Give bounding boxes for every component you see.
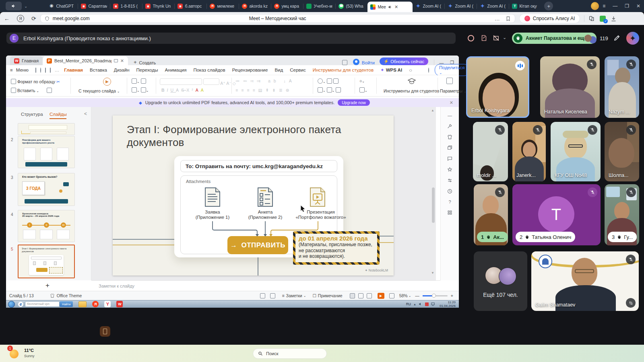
- picture-icon[interactable]: [327, 78, 332, 84]
- browser-tab[interactable]: ТКітап оқу: [509, 0, 541, 12]
- student-tools-button[interactable]: Инструменты для студентов: [384, 88, 439, 93]
- wps-new-tab[interactable]: +: [134, 59, 137, 65]
- participant-tile[interactable]: 1 Ак...: [474, 184, 508, 245]
- annotate-pencil-icon[interactable]: [613, 34, 621, 41]
- extensions-icon[interactable]: [588, 15, 595, 22]
- help-icon[interactable]: ?: [448, 200, 451, 204]
- wps-home-tab[interactable]: WГлавная: [10, 56, 43, 65]
- wps-ai-button[interactable]: WPS AI: [386, 68, 402, 72]
- participant-tile[interactable]: Nazym ...: [605, 56, 639, 118]
- save-icon[interactable]: [35, 68, 36, 73]
- settings-icon[interactable]: [447, 178, 452, 183]
- browser-tab[interactable]: ✦Zoom AI (: [413, 0, 444, 12]
- more-icon[interactable]: …: [55, 68, 60, 72]
- background-icon[interactable]: [336, 87, 341, 93]
- raised-hands-pill[interactable]: Акниет Парахатова и ещё 2: [512, 33, 597, 44]
- tab-structure[interactable]: Структура: [21, 112, 43, 117]
- play-from-current-button[interactable]: С текущего слайда ⌄: [78, 88, 120, 93]
- upgrade-now-button[interactable]: Upgrade now: [338, 99, 369, 106]
- view-reading-icon[interactable]: [367, 293, 372, 298]
- participant-tile[interactable]: Наталья Киселева: [540, 56, 600, 118]
- browser-tab[interactable]: Ямемлеке: [207, 0, 239, 12]
- participant-tile[interactable]: Erbol Koishygara: [466, 56, 529, 118]
- participant-tile[interactable]: 3 Гу...: [605, 184, 639, 245]
- slide-size-icon[interactable]: [359, 87, 365, 93]
- doc-close-icon[interactable]: ✕: [120, 58, 124, 64]
- notes-toggle[interactable]: Заметки: [286, 293, 302, 298]
- menu-animation[interactable]: Анимация: [165, 68, 186, 72]
- explorer-icon[interactable]: [78, 301, 87, 307]
- alice-ai-button[interactable]: Спросить Алису AI: [519, 14, 580, 23]
- slide-thumbnail-4[interactable]: Хронология конкурса:20 марта – 20 апреля…: [18, 210, 75, 242]
- browser-tab[interactable]: ✳ChatGPT: [46, 0, 78, 12]
- scroll-up-icon[interactable]: ▲: [431, 109, 434, 112]
- new-tab-button[interactable]: +: [544, 2, 553, 10]
- presenter-icon[interactable]: [270, 293, 275, 298]
- participant-tile[interactable]: Galim Shamataev: [531, 251, 639, 311]
- ie-icon[interactable]: e: [18, 302, 23, 307]
- window-switch-icon[interactable]: [342, 60, 347, 65]
- banner-close-icon[interactable]: ✕: [450, 100, 453, 105]
- slideshow-icon[interactable]: [260, 293, 265, 298]
- start-orb-icon[interactable]: [8, 301, 15, 308]
- browser-tab-active[interactable]: Мее ✕: [367, 2, 413, 12]
- wps-create-label[interactable]: Создать: [139, 60, 156, 65]
- weather-icon[interactable]: 1: [9, 347, 21, 359]
- zoom-level[interactable]: 58%: [399, 293, 408, 298]
- person-icon[interactable]: [333, 78, 339, 84]
- participant-tile[interactable]: Janerk...: [512, 122, 546, 181]
- undo-icon[interactable]: [40, 68, 41, 73]
- collapse-icon[interactable]: —: [448, 113, 452, 118]
- participant-tile[interactable]: T 2 Татьяна Оленич: [512, 184, 601, 245]
- banner-options-chevron[interactable]: ⌄: [503, 35, 506, 40]
- hamburger-icon[interactable]: ≡: [10, 68, 13, 72]
- reload-button[interactable]: ⟳: [31, 15, 36, 22]
- textbox-icon[interactable]: [318, 87, 323, 93]
- scroll-down-icon[interactable]: ▼: [431, 271, 434, 275]
- wps-taskbar-icon[interactable]: W: [116, 301, 123, 307]
- zoom-slider[interactable]: [423, 295, 448, 296]
- menu-student-tools[interactable]: Инструменты для студентов: [313, 68, 374, 72]
- participant-tile[interactable]: moldir ...: [473, 122, 508, 181]
- new-slide-icon[interactable]: [132, 78, 137, 84]
- gemini-icon[interactable]: [626, 32, 639, 45]
- taskbar-search[interactable]: Поиск: [253, 348, 327, 359]
- browser-tab[interactable]: Яakorda kz: [239, 0, 271, 12]
- shapes-icon[interactable]: [318, 78, 323, 84]
- menu-menu[interactable]: Меню: [16, 68, 29, 72]
- reset-icon[interactable]: [141, 87, 146, 93]
- menu-design[interactable]: Дизайн: [114, 68, 130, 72]
- tray-expand-icon[interactable]: ▲: [413, 303, 416, 306]
- menu-review[interactable]: Рецензирование: [232, 68, 268, 72]
- comment-icon[interactable]: [447, 156, 452, 161]
- wps-login-link[interactable]: Войти: [362, 60, 375, 65]
- taskbar-search-field[interactable]: бесплатный vpn: [25, 301, 60, 307]
- collapse-panel-icon[interactable]: <: [84, 111, 87, 117]
- history-icon[interactable]: [447, 189, 452, 194]
- menu-insert[interactable]: Вставка: [90, 68, 107, 72]
- browser-tab[interactable]: ≣Сараптам: [78, 0, 110, 12]
- input-language[interactable]: RU: [406, 302, 411, 306]
- chevron-down-icon[interactable]: ⌄: [24, 4, 27, 8]
- view-normal-icon[interactable]: [350, 293, 355, 298]
- more-participants-tile[interactable]: Ещё 107 чел.: [474, 251, 527, 311]
- tab-close-icon[interactable]: ✕: [394, 4, 398, 10]
- section-icon[interactable]: [132, 87, 137, 93]
- tab-audio-button[interactable]: [6, 2, 22, 10]
- menu-slideshow[interactable]: Показ слайдов: [193, 68, 225, 72]
- back-button[interactable]: ←: [4, 15, 10, 22]
- vertical-scrollbar[interactable]: [432, 187, 435, 223]
- zoom-in-button[interactable]: +: [451, 293, 453, 298]
- share-button[interactable]: Поделиться ⌄: [435, 64, 469, 76]
- tray-network-icon[interactable]: [431, 302, 436, 306]
- browser-menu-icon[interactable]: ≡: [603, 3, 605, 9]
- browser-tab[interactable]: Учебно-м: [303, 0, 335, 12]
- browser-tab[interactable]: ✦Zoom AI (: [445, 0, 477, 12]
- wps-document-tab[interactable]: P Best_Mentor_2026_Roadmap. ✕: [43, 56, 128, 65]
- theme-name[interactable]: Office Theme: [57, 293, 82, 298]
- slide-thumbnail-5-selected[interactable]: Этап I: Формирование электронного пакета…: [18, 245, 75, 278]
- slide-notes-field[interactable]: Заметки к слайду: [91, 280, 440, 291]
- annotation-off-icon[interactable]: [493, 35, 500, 41]
- browser-tab[interactable]: ☎(53) Wha: [336, 0, 367, 12]
- participant-tile[interactable]: КГУ ОШ No48: [551, 122, 601, 181]
